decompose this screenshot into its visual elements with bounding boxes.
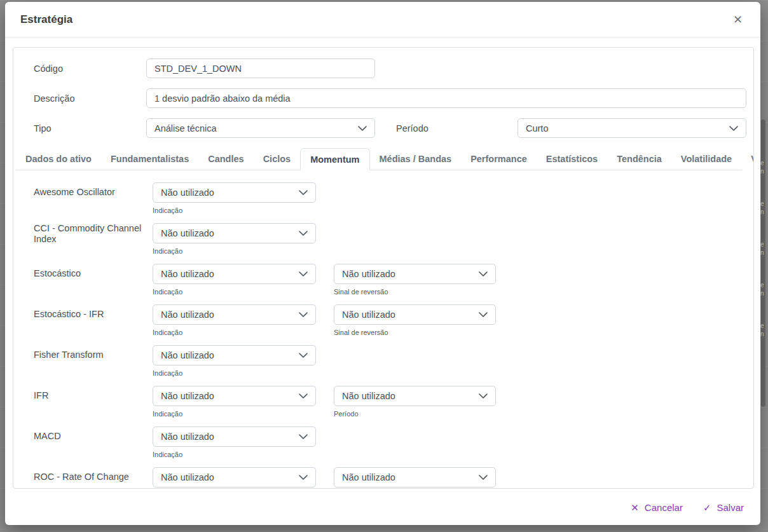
strategy-form: Código Descrição Tipo Análise técnica Pe… <box>13 47 754 489</box>
select-value: Não utilizado <box>342 269 395 279</box>
category-tabs: Dados do ativoFundamentalistasCandlesCic… <box>16 148 742 170</box>
select-value: Não utilizado <box>161 472 214 482</box>
close-icon[interactable]: ✕ <box>730 11 745 28</box>
codigo-label: Código <box>34 58 63 78</box>
indicator-label: MACD <box>34 426 147 447</box>
chevron-down-icon <box>299 393 308 399</box>
chevron-down-icon <box>479 271 488 276</box>
save-button[interactable]: ✓ Salvar <box>703 502 744 513</box>
select-value: Não utilizado <box>161 228 214 238</box>
background-text-fragment: en <box>760 160 767 175</box>
select-hint: Indicação <box>153 288 182 296</box>
cancel-button[interactable]: ✕ Cancelar <box>631 502 683 513</box>
indicator-label: IFR <box>34 386 147 406</box>
tab-performance[interactable]: Performance <box>461 148 537 170</box>
select-hint: Período <box>334 410 359 418</box>
select-value: Não utilizado <box>161 350 214 360</box>
chevron-down-icon <box>299 353 308 358</box>
indicator-row-estocastico-ifr: Estocástico - IFRNão utilizadoIndicaçãoN… <box>13 304 753 345</box>
field-row-codigo: Código <box>13 58 753 78</box>
indicator-row-estocastico: EstocásticoNão utilizadoIndicaçãoNão uti… <box>13 264 753 304</box>
indicator-row-ifr: IFRNão utilizadoIndicaçãoNão utilizadoPe… <box>13 386 753 426</box>
indicator-row-cci-commodity-channel-index: CCI - Commodity Channel IndexNão utiliza… <box>13 223 753 264</box>
chevron-down-icon <box>299 475 308 480</box>
indicator-select[interactable]: Não utilizado <box>334 264 496 284</box>
chevron-down-icon <box>299 312 308 317</box>
tab-candles[interactable]: Candles <box>198 148 253 170</box>
background-text-fragment: en <box>760 241 767 257</box>
tab-momentum[interactable]: Momentum <box>300 148 369 170</box>
background-text-fragment: en <box>760 200 767 216</box>
indicator-select[interactable]: Não utilizado <box>153 182 316 203</box>
descricao-input[interactable] <box>146 88 746 108</box>
tipo-select-value: Análise técnica <box>154 123 217 133</box>
tab-tendencia[interactable]: Tendência <box>607 148 671 170</box>
indicator-select[interactable]: Não utilizado <box>334 467 496 488</box>
periodo-select-value: Curto <box>526 123 548 133</box>
indicator-label: Awesome Oscillator <box>34 182 147 203</box>
select-hint: Sinal de reversão <box>334 288 388 296</box>
fragment-letter: e <box>760 200 767 208</box>
fragment-letter: n <box>760 168 767 176</box>
indicator-select[interactable]: Não utilizado <box>153 264 316 284</box>
tab-medias-bandas[interactable]: Médias / Bandas <box>370 148 462 170</box>
indicator-select[interactable]: Não utilizado <box>334 386 496 406</box>
indicator-select[interactable]: Não utilizado <box>334 304 496 325</box>
chevron-down-icon <box>479 475 488 480</box>
indicator-label: Estocástico - IFR <box>34 304 147 325</box>
fragment-letter: e <box>760 322 767 331</box>
chevron-down-icon <box>479 312 488 317</box>
select-value: Não utilizado <box>161 432 214 442</box>
chevron-down-icon <box>299 190 308 195</box>
indicator-select[interactable]: Não utilizado <box>153 467 316 488</box>
tab-volatilidade[interactable]: Volatilidade <box>671 148 741 170</box>
indicator-select[interactable]: Não utilizado <box>153 223 316 243</box>
chevron-down-icon <box>299 434 308 439</box>
codigo-input[interactable] <box>146 58 375 78</box>
indicator-list: Awesome OscillatorNão utilizadoIndicação… <box>13 182 753 489</box>
fragment-letter: n <box>760 208 767 217</box>
indicator-label: Estocástico <box>34 264 147 284</box>
chevron-down-icon <box>479 393 488 399</box>
field-row-descricao: Descrição <box>13 88 753 108</box>
select-value: Não utilizado <box>342 391 395 401</box>
tab-estatisticos[interactable]: Estatísticos <box>537 148 607 170</box>
fragment-letter: e <box>760 160 767 168</box>
tab-dados-do-ativo[interactable]: Dados do ativo <box>16 148 101 170</box>
descricao-label: Descrição <box>34 88 74 108</box>
tab-ciclos[interactable]: Ciclos <box>254 148 301 170</box>
indicator-label: CCI - Commodity Channel Index <box>34 223 147 245</box>
indicator-row-awesome-oscillator: Awesome OscillatorNão utilizadoIndicação <box>13 182 753 223</box>
chevron-down-icon <box>358 126 367 131</box>
select-value: Não utilizado <box>342 472 395 482</box>
indicator-label: Fisher Transform <box>34 345 147 365</box>
indicator-select[interactable]: Não utilizado <box>153 386 316 406</box>
periodo-label: Período <box>396 118 429 138</box>
select-hint: Indicação <box>153 247 182 255</box>
select-hint: Indicação <box>153 207 182 214</box>
cancel-button-label: Cancelar <box>645 502 683 513</box>
tab-volume[interactable]: Volume <box>741 148 754 170</box>
dialog-body: Código Descrição Tipo Análise técnica Pe… <box>5 38 760 489</box>
select-hint: Indicação <box>153 369 182 377</box>
indicator-select[interactable]: Não utilizado <box>153 426 316 447</box>
indicator-row-macd: MACDNão utilizadoIndicação <box>13 426 753 467</box>
select-hint: Indicação <box>153 329 182 336</box>
select-value: Não utilizado <box>161 269 214 279</box>
select-value: Não utilizado <box>161 391 214 401</box>
cancel-x-icon: ✕ <box>631 503 639 512</box>
periodo-select[interactable]: Curto <box>518 118 746 138</box>
tipo-label: Tipo <box>34 118 51 138</box>
tab-fundamentalistas[interactable]: Fundamentalistas <box>101 148 198 170</box>
chevron-down-icon <box>299 231 308 236</box>
save-button-label: Salvar <box>717 502 744 513</box>
chevron-down-icon <box>299 271 308 276</box>
save-check-icon: ✓ <box>703 503 711 512</box>
dialog-title: Estratégia <box>20 13 72 26</box>
tipo-select[interactable]: Análise técnica <box>146 118 375 138</box>
select-hint: Indicação <box>153 451 182 458</box>
field-row-tipo-periodo: Tipo Análise técnica Período Curto <box>13 118 753 138</box>
background-text-fragment: en <box>760 282 767 297</box>
indicator-select[interactable]: Não utilizado <box>153 345 316 365</box>
indicator-select[interactable]: Não utilizado <box>153 304 316 325</box>
